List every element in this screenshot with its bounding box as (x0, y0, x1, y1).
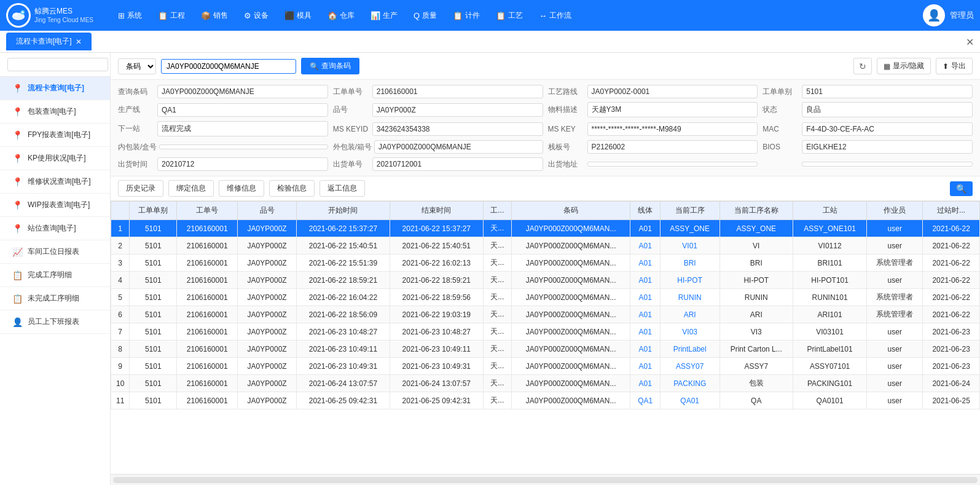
table-cell: 2021-06-24 13:07:57 (297, 375, 390, 392)
export-btn[interactable]: ⬆ 导出 (936, 58, 973, 74)
sidebar-item-incomplete[interactable]: 📋未完成工序明细 (0, 287, 110, 310)
barcode-input[interactable] (161, 59, 296, 74)
table-row[interactable]: 551012106160001JA0YP000Z2021-06-22 16:04… (111, 289, 980, 306)
nav-item-quality[interactable]: Q质量 (406, 7, 444, 25)
search-barcode-btn[interactable]: 🔍 查询条码 (301, 58, 359, 74)
table-cell: 2021-06-23 10:49:11 (390, 341, 483, 358)
sidebar-label-fpy: FPY报表查询[电子] (28, 130, 90, 140)
table-row[interactable]: 451012106160001JA0YP000Z2021-06-22 18:59… (111, 272, 980, 289)
info-field-14: 栈板号P2126002 (548, 140, 758, 154)
table-row[interactable]: 651012106160001JA0YP000Z2021-06-22 18:56… (111, 306, 980, 323)
tab-search-btn[interactable]: 🔍 (950, 181, 973, 196)
tab-btn-rework[interactable]: 返工信息 (319, 180, 365, 197)
nav-item-warehouse[interactable]: 🏠仓库 (320, 7, 362, 25)
table-cell: 2021-06-22 (923, 306, 980, 323)
tab-flow-card[interactable]: 流程卡查询[电子] ✕ (6, 33, 92, 50)
table-row[interactable]: 351012106160001JA0YP000Z2021-06-22 15:51… (111, 254, 980, 272)
toolbar-right: ↻ ▦ 显示/隐藏 ⬆ 导出 (853, 58, 973, 74)
table-cell: BRI101 (793, 254, 866, 272)
table-cell: 2021-06-23 10:48:27 (297, 323, 390, 341)
nav-icon-process: 📋 (496, 11, 506, 20)
info-field-6: 物料描述天越Y3M (548, 102, 758, 117)
table-cell: Print Carton L... (719, 341, 793, 358)
sidebar-item-wip[interactable]: 📍WIP报表查询[电子] (0, 194, 110, 217)
info-value-6: 天越Y3M (587, 102, 758, 117)
info-value-14: P2126002 (587, 140, 758, 154)
info-label-15: BIOS (762, 143, 799, 151)
sidebar-label-kp: KP使用状况[电子] (28, 153, 86, 164)
data-table-container[interactable]: 工单单别工单号品号开始时间结束时间工...条码线体当前工序当前工序名称工站作业员… (111, 201, 980, 474)
table-row[interactable]: 1151012106160001JA0YP000Z2021-06-25 09:4… (111, 392, 980, 409)
sidebar-item-complete[interactable]: 📋完成工序明细 (0, 264, 110, 287)
col-header-10: 工站 (793, 202, 866, 220)
table-cell: 5 (111, 289, 130, 306)
nav-icon-warehouse: 🏠 (327, 11, 337, 20)
table-row[interactable]: 1051012106160001JA0YP000Z2021-06-24 13:0… (111, 375, 980, 392)
sidebar-item-package[interactable]: 📍包装查询[电子] (0, 100, 110, 124)
tab-btn-history[interactable]: 历史记录 (118, 180, 163, 197)
show-hide-btn[interactable]: ▦ 显示/隐藏 (877, 58, 931, 74)
tab-btn-repair[interactable]: 维修信息 (219, 180, 264, 197)
sidebar-item-employee[interactable]: 👤员工上下班报表 (0, 310, 110, 334)
table-cell: user (867, 341, 923, 358)
refresh-btn[interactable]: ↻ (853, 58, 872, 74)
col-header-12: 过站时... (923, 202, 980, 220)
info-value-17: 20210712001 (372, 157, 543, 171)
table-cell: 2021-06-23 10:49:31 (297, 358, 390, 375)
col-header-0: 工单单别 (130, 202, 177, 220)
sidebar-item-fpy[interactable]: 📍FPY报表查询[电子] (0, 124, 110, 147)
table-row[interactable]: 751012106160001JA0YP000Z2021-06-23 10:48… (111, 323, 980, 341)
table-cell: A01 (630, 375, 660, 392)
info-label-9: MS KEYID (333, 125, 370, 133)
tab-btn-binding[interactable]: 绑定信息 (168, 180, 214, 197)
tab-bar-close[interactable]: ✕ (966, 36, 974, 47)
sidebar-item-daily[interactable]: 📈车间工位日报表 (0, 240, 110, 264)
nav-item-planning[interactable]: 📋计件 (445, 7, 487, 25)
tab-close-btn[interactable]: ✕ (76, 37, 82, 46)
sidebar-icon-daily: 📈 (12, 247, 23, 257)
table-cell: VI03 (660, 323, 719, 341)
nav-item-workflow[interactable]: ↔工作流 (531, 7, 579, 25)
table-cell: 2021-06-24 (923, 375, 980, 392)
nav-item-engineering[interactable]: 📋工程 (151, 7, 192, 25)
table-cell: 5101 (130, 272, 177, 289)
nav-item-production[interactable]: 📊生产 (363, 7, 405, 25)
table-row[interactable]: 251012106160001JA0YP000Z2021-06-22 15:40… (111, 237, 980, 254)
table-cell: 5101 (130, 375, 177, 392)
barcode-type-select[interactable]: 条码 (118, 58, 156, 74)
content-area: 条码 🔍 查询条码 ↻ ▦ 显示/隐藏 ⬆ 导出 查询条码JA0YP000Z00… (111, 53, 980, 485)
sidebar-item-repair[interactable]: 📍维修状况查询[电子] (0, 170, 110, 194)
table-cell: A01 (630, 306, 660, 323)
table-cell: JA0YP000Z000QM6MAN... (511, 306, 630, 323)
data-table: 工单单别工单号品号开始时间结束时间工...条码线体当前工序当前工序名称工站作业员… (111, 201, 980, 409)
sidebar-search-input[interactable] (7, 58, 108, 71)
sidebar-item-kp[interactable]: 📍KP使用状况[电子] (0, 147, 110, 170)
nav-item-process[interactable]: 📋工艺 (488, 7, 530, 25)
table-cell: JA0YP000Z000QM6MAN... (511, 254, 630, 272)
table-cell: 系统管理者 (867, 306, 923, 323)
sidebar-item-flow-card[interactable]: 📍流程卡查询[电子] (0, 77, 110, 100)
info-label-10: MS KEY (548, 125, 585, 133)
sidebar-menu: 📍流程卡查询[电子]📍包装查询[电子]📍FPY报表查询[电子]📍KP使用状况[电… (0, 77, 110, 334)
table-cell: BRI (719, 254, 793, 272)
info-field-1: 工单单号2106160001 (333, 85, 543, 98)
export-icon: ⬆ (943, 62, 949, 71)
sidebar-item-station[interactable]: 📍站位查询[电子] (0, 217, 110, 240)
table-cell: 9 (111, 358, 130, 375)
nav-item-system[interactable]: ⊞系统 (111, 7, 149, 25)
nav-item-sales[interactable]: 📦销售 (194, 7, 235, 25)
table-row[interactable]: 151012106160001JA0YP000Z2021-06-22 15:37… (111, 220, 980, 237)
nav-item-equipment[interactable]: ⚙设备 (237, 7, 276, 25)
table-cell: ASSY07101 (793, 358, 866, 375)
bottom-scrollbar[interactable] (111, 474, 980, 485)
table-row[interactable]: 951012106160001JA0YP000Z2021-06-23 10:49… (111, 358, 980, 375)
table-row[interactable]: 851012106160001JA0YP000Z2021-06-23 10:49… (111, 341, 980, 358)
nav-item-mold[interactable]: ⬛模具 (277, 7, 319, 25)
horizontal-scrollbar-track[interactable] (113, 477, 978, 483)
table-cell: PrintLabel101 (793, 341, 866, 358)
sidebar-icon-package: 📍 (12, 107, 23, 117)
table-cell: 5101 (130, 358, 177, 375)
tab-btn-inspection[interactable]: 检验信息 (269, 180, 315, 197)
table-cell: 5101 (130, 289, 177, 306)
table-cell: 2021-06-22 (923, 289, 980, 306)
